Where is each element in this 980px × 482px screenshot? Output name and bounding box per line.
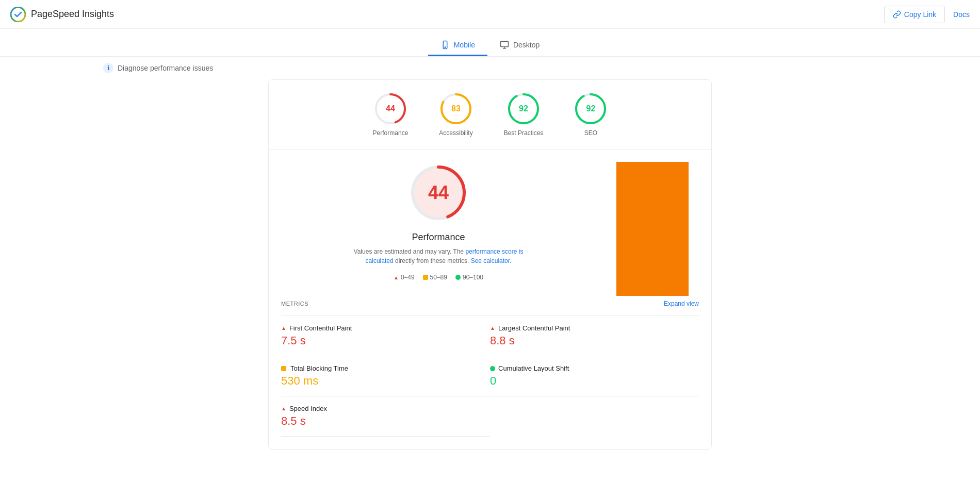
diagnose-icon: ℹ — [103, 63, 113, 73]
metric-tbt-value: 530 ms — [281, 374, 469, 388]
header-actions: Copy Link Docs — [884, 6, 970, 23]
metric-si: ▲ Speed Index 8.5 s — [281, 396, 490, 437]
legend-green: 90–100 — [455, 274, 483, 281]
legend-orange-icon — [423, 275, 428, 280]
diagnose-bar: ℹ Diagnose performance issues — [0, 57, 980, 79]
score-item-performance[interactable]: 44 Performance — [373, 92, 409, 137]
pagespeed-logo-icon — [10, 7, 26, 22]
copy-link-label: Copy Link — [904, 10, 936, 19]
link-icon — [893, 10, 901, 19]
performance-left-panel: 44 Performance Values are estimated and … — [281, 162, 596, 296]
legend-orange-range: 50–89 — [430, 274, 447, 281]
metric-lcp-value: 8.8 s — [490, 334, 699, 347]
metric-fcp-name-row: ▲ First Contentful Paint — [281, 324, 469, 332]
big-performance-score: 44 — [428, 182, 449, 204]
diagnose-text: Diagnose performance issues — [118, 64, 213, 72]
metrics-section: METRICS Expand view ▲ First Contentful P… — [281, 300, 699, 437]
score-item-seo[interactable]: 92 SEO — [574, 92, 607, 137]
performance-label: Performance — [373, 129, 409, 137]
metric-lcp-indicator: ▲ — [490, 325, 495, 331]
metrics-label: METRICS — [281, 301, 308, 307]
best-practices-circle: 92 — [507, 92, 540, 125]
best-practices-score: 92 — [519, 104, 528, 113]
perf-desc-static: Values are estimated and may vary. The — [354, 248, 464, 255]
legend-green-range: 90–100 — [463, 274, 483, 281]
seo-score: 92 — [586, 104, 595, 113]
metric-si-name-row: ▲ Speed Index — [281, 405, 469, 412]
metric-fcp: ▲ First Contentful Paint 7.5 s — [281, 316, 490, 356]
metric-cls-value: 0 — [490, 374, 699, 388]
main-content: 44 Performance 83 Accessibility — [258, 79, 722, 482]
legend-red-range: 0–49 — [401, 274, 415, 281]
score-card: 44 Performance 83 Accessibility — [268, 79, 712, 450]
orange-chart-bar — [616, 162, 689, 296]
score-item-best-practices[interactable]: 92 Best Practices — [504, 92, 544, 137]
seo-label: SEO — [584, 129, 597, 137]
accessibility-score: 83 — [451, 104, 461, 113]
metric-si-indicator: ▲ — [281, 406, 286, 411]
metric-tbt-name-row: Total Blocking Time — [281, 364, 469, 372]
metric-lcp-name: Largest Contentful Paint — [498, 324, 570, 332]
accessibility-label: Accessibility — [439, 129, 472, 137]
svg-point-0 — [11, 7, 25, 22]
metric-tbt: Total Blocking Time 530 ms — [281, 356, 490, 396]
legend-red-icon: ▲ — [394, 275, 399, 280]
metric-cls: Cumulative Layout Shift 0 — [490, 356, 699, 396]
legend-green-icon — [455, 275, 461, 280]
tab-desktop-label: Desktop — [513, 41, 540, 49]
logo-area: PageSpeed Insights — [10, 7, 114, 22]
metric-fcp-indicator: ▲ — [281, 325, 286, 331]
accessibility-circle: 83 — [439, 92, 472, 125]
svg-rect-3 — [500, 41, 508, 47]
tab-desktop[interactable]: Desktop — [487, 35, 552, 56]
performance-title: Performance — [412, 232, 465, 243]
metric-cls-name-row: Cumulative Layout Shift — [490, 364, 699, 372]
metric-tbt-name: Total Blocking Time — [290, 364, 348, 372]
metric-lcp: ▲ Largest Contentful Paint 8.8 s — [490, 316, 699, 356]
copy-link-button[interactable]: Copy Link — [884, 6, 945, 23]
divider — [269, 149, 711, 149]
logo-text: PageSpeed Insights — [31, 9, 114, 20]
metrics-grid: ▲ First Contentful Paint 7.5 s ▲ Largest… — [281, 315, 699, 437]
seo-circle: 92 — [574, 92, 607, 125]
tab-bar: Mobile Desktop — [0, 29, 980, 57]
metric-fcp-value: 7.5 s — [281, 334, 469, 347]
tab-mobile-label: Mobile — [454, 41, 475, 49]
performance-right-panel — [616, 162, 699, 296]
metric-si-value: 8.5 s — [281, 414, 469, 428]
metric-lcp-name-row: ▲ Largest Contentful Paint — [490, 324, 699, 332]
performance-detail-section: 44 Performance Values are estimated and … — [281, 162, 699, 296]
expand-view-button[interactable]: Expand view — [664, 300, 699, 307]
metric-cls-indicator — [490, 366, 495, 371]
mobile-icon — [440, 40, 450, 49]
desktop-icon — [500, 40, 509, 49]
best-practices-label: Best Practices — [504, 129, 544, 137]
legend-red: ▲ 0–49 — [394, 274, 415, 281]
metric-fcp-name: First Contentful Paint — [289, 324, 352, 332]
legend-orange: 50–89 — [423, 274, 447, 281]
perf-calc-link[interactable]: See calculator. — [471, 257, 512, 264]
score-item-accessibility[interactable]: 83 Accessibility — [439, 92, 472, 137]
performance-circle: 44 — [374, 92, 407, 125]
score-circles-row: 44 Performance 83 Accessibility — [281, 92, 699, 137]
metric-cls-name: Cumulative Layout Shift — [498, 364, 569, 372]
docs-link[interactable]: Docs — [953, 10, 970, 19]
tab-mobile[interactable]: Mobile — [428, 35, 487, 56]
big-performance-circle: 44 — [407, 162, 469, 224]
metric-si-name: Speed Index — [289, 405, 327, 412]
performance-description: Values are estimated and may vary. The p… — [346, 247, 531, 265]
header: PageSpeed Insights Copy Link Docs — [0, 0, 980, 29]
svg-point-2 — [445, 47, 446, 48]
metric-tbt-indicator — [281, 366, 286, 371]
metrics-header: METRICS Expand view — [281, 300, 699, 307]
perf-desc-middle: directly from these metrics. — [395, 257, 469, 264]
legend: ▲ 0–49 50–89 90–100 — [394, 274, 483, 281]
performance-score: 44 — [386, 104, 395, 113]
